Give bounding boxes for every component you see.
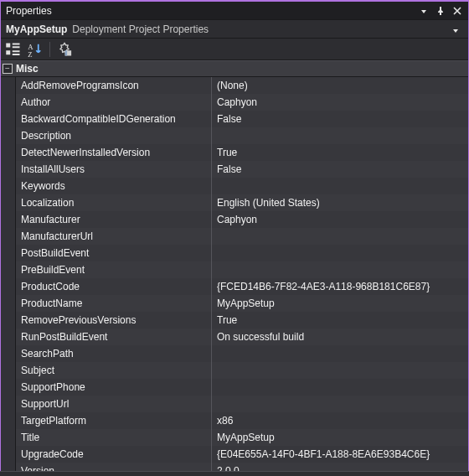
property-row[interactable]: DetectNewerInstalledVersionTrue — [1, 144, 468, 161]
properties-toolbar: A Z — [1, 39, 468, 60]
property-name: SupportUrl — [16, 396, 212, 412]
property-name: Description — [16, 127, 212, 144]
property-value[interactable]: On successful build — [212, 329, 468, 345]
property-row[interactable]: TargetPlatformx86 — [1, 412, 468, 429]
property-name: PostBuildEvent — [16, 245, 212, 261]
row-gutter — [1, 295, 16, 312]
alphabetical-view-button[interactable]: A Z — [26, 40, 44, 59]
property-row[interactable]: Description — [1, 127, 468, 144]
property-row[interactable]: BackwardCompatibleIDGenerationFalse — [1, 111, 468, 127]
property-value[interactable]: Caphyon — [212, 94, 468, 111]
property-value[interactable]: False — [212, 161, 468, 178]
property-name: AddRemoveProgramsIcon — [16, 77, 212, 94]
pin-icon[interactable] — [433, 3, 448, 18]
property-value[interactable]: Caphyon — [212, 211, 468, 228]
property-row[interactable]: RemovePreviousVersionsTrue — [1, 312, 468, 329]
property-name: ManufacturerUrl — [16, 228, 212, 245]
window-options-icon[interactable] — [416, 3, 431, 18]
collapse-icon[interactable]: − — [3, 64, 13, 74]
property-value[interactable]: (None) — [212, 77, 468, 94]
row-gutter — [1, 429, 16, 446]
property-value[interactable] — [212, 345, 468, 362]
property-row[interactable]: ManufacturerCaphyon — [1, 211, 468, 228]
property-value[interactable]: x86 — [212, 412, 468, 429]
property-value[interactable] — [212, 127, 468, 144]
property-row[interactable]: AuthorCaphyon — [1, 94, 468, 111]
property-name: SearchPath — [16, 345, 212, 362]
row-gutter — [1, 245, 16, 261]
property-value[interactable] — [212, 178, 468, 194]
property-row[interactable]: AddRemoveProgramsIcon(None) — [1, 77, 468, 94]
row-gutter — [1, 178, 16, 194]
object-name: MyAppSetup — [6, 23, 67, 35]
property-value[interactable]: {FCED14B6-7F82-4AE3-A118-968B181C6E87} — [212, 278, 468, 295]
property-value[interactable]: True — [212, 144, 468, 161]
property-name: Keywords — [16, 178, 212, 194]
property-row[interactable]: InstallAllUsersFalse — [1, 161, 468, 178]
category-header[interactable]: − Misc — [1, 60, 468, 77]
property-value[interactable] — [212, 379, 468, 396]
row-gutter — [1, 446, 16, 463]
object-dropdown-icon[interactable] — [448, 23, 463, 39]
object-type: Deployment Project Properties — [72, 23, 209, 35]
property-row[interactable]: PreBuildEvent — [1, 261, 468, 278]
close-icon[interactable] — [450, 3, 465, 18]
property-row[interactable]: Keywords — [1, 178, 468, 194]
property-row[interactable]: RunPostBuildEventOn successful build — [1, 329, 468, 345]
row-gutter — [1, 379, 16, 396]
property-name: SupportPhone — [16, 379, 212, 396]
property-row[interactable]: UpgradeCode{E04E655A-14F0-4BF1-A188-8EA6… — [1, 446, 468, 463]
svg-marker-1 — [453, 29, 458, 33]
row-gutter — [1, 312, 16, 329]
property-name: BackwardCompatibleIDGeneration — [16, 111, 212, 127]
property-row[interactable]: SearchPath — [1, 345, 468, 362]
property-name: RunPostBuildEvent — [16, 329, 212, 345]
property-name: Title — [16, 429, 212, 446]
categorized-view-button[interactable] — [4, 40, 23, 59]
property-row[interactable]: ProductNameMyAppSetup — [1, 295, 468, 312]
property-row[interactable]: TitleMyAppSetup — [1, 429, 468, 446]
property-pages-button[interactable] — [55, 40, 74, 59]
property-value[interactable]: {E04E655A-14F0-4BF1-A188-8EA6E93B4C6E} — [212, 446, 468, 463]
row-gutter — [1, 345, 16, 362]
property-value[interactable]: MyAppSetup — [212, 295, 468, 312]
row-gutter — [1, 77, 16, 94]
svg-rect-6 — [13, 50, 20, 52]
property-name: Manufacturer — [16, 211, 212, 228]
property-name: UpgradeCode — [16, 446, 212, 463]
property-row[interactable]: SupportPhone — [1, 379, 468, 396]
row-gutter — [1, 211, 16, 228]
property-value[interactable]: English (United States) — [212, 194, 468, 211]
property-value[interactable] — [212, 396, 468, 412]
property-value[interactable] — [212, 261, 468, 278]
property-row[interactable]: SupportUrl — [1, 396, 468, 412]
row-gutter — [1, 329, 16, 345]
property-row[interactable]: PostBuildEvent — [1, 245, 468, 261]
row-gutter — [1, 94, 16, 111]
property-row[interactable]: ManufacturerUrl — [1, 228, 468, 245]
row-gutter — [1, 161, 16, 178]
svg-rect-7 — [13, 54, 20, 55]
property-value[interactable] — [212, 228, 468, 245]
property-value[interactable] — [212, 245, 468, 261]
svg-rect-4 — [13, 43, 20, 44]
svg-rect-3 — [6, 50, 10, 54]
property-row[interactable]: LocalizationEnglish (United States) — [1, 194, 468, 211]
row-gutter — [1, 412, 16, 429]
property-value[interactable]: MyAppSetup — [212, 429, 468, 446]
property-value[interactable]: False — [212, 111, 468, 127]
toolbar-separator — [49, 42, 50, 57]
property-value[interactable] — [212, 362, 468, 379]
row-gutter — [1, 127, 16, 144]
row-gutter — [1, 228, 16, 245]
row-gutter — [1, 362, 16, 379]
property-row[interactable]: Subject — [1, 362, 468, 379]
property-name: InstallAllUsers — [16, 161, 212, 178]
svg-text:Z: Z — [28, 49, 32, 57]
svg-rect-5 — [13, 46, 20, 48]
property-name: TargetPlatform — [16, 412, 212, 429]
property-value[interactable]: True — [212, 312, 468, 329]
property-row[interactable]: ProductCode{FCED14B6-7F82-4AE3-A118-968B… — [1, 278, 468, 295]
svg-rect-11 — [65, 50, 68, 55]
property-grid: − Misc AddRemoveProgramsIcon(None)Author… — [1, 60, 468, 476]
